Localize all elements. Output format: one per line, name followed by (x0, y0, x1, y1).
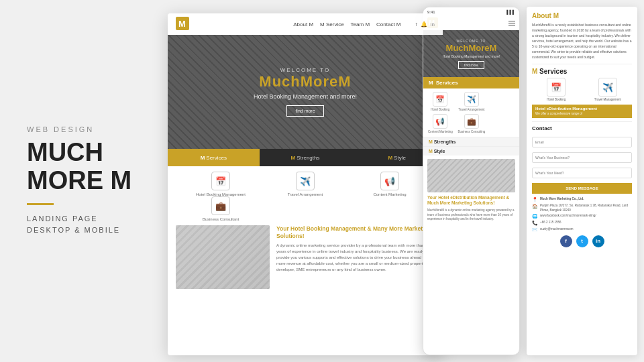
content-image (176, 225, 270, 289)
desktop-mockup: M About M M Service Team M Contact M f 🔔… (168, 13, 443, 355)
right-phone: +66 2 115 1556 (540, 221, 561, 225)
brand-subtitle-line1: LANDING PAGE (27, 215, 98, 223)
hero-subtitle: Hotel Booking Management and more! (254, 93, 357, 100)
nav-service[interactable]: M Service (320, 21, 344, 27)
travel-label: Travel Arrangement (288, 192, 323, 196)
brand-subtitle: LANDING PAGE DESKTOP & MOBILE (27, 213, 168, 237)
nav-about[interactable]: About M (293, 21, 313, 27)
right-facebook-url: www.facebook.com/muchmoremark eting/ (540, 214, 596, 218)
right-address-text: Panjim Plaza 16/277, So. Rattanatuk 1 38… (540, 204, 632, 213)
nav-team[interactable]: Team M (351, 21, 370, 27)
desktop-nav: M About M M Service Team M Contact M f 🔔… (168, 13, 443, 35)
nav-logo: M (176, 17, 189, 32)
mobile-hero: WELCOME TO MuchMoreM Hotel Booking Manag… (423, 30, 519, 77)
right-contact: 📍 Much More Marketing Co., Ltd. 🏠 Panjim… (532, 197, 632, 233)
right-need-input[interactable] (532, 168, 632, 178)
brand-line1: MUCH (27, 138, 103, 166)
mobile-service-hotel: 📅 Hotel Booking (426, 92, 455, 111)
right-linkedin-button[interactable]: in (592, 235, 604, 247)
content-heading: Your Hotel Booking Management & Many Mor… (276, 225, 435, 240)
hero-find-more-button[interactable]: find more (286, 105, 323, 117)
mobile-style-tab[interactable]: M Style (423, 146, 519, 156)
services-icons: 📅 Hotel Booking Management ✈️ Travel Arr… (168, 166, 443, 220)
phone-icon: 📞 (532, 221, 538, 226)
mobile-services-label: Services (436, 80, 458, 86)
right-twitter-button[interactable]: t (576, 235, 588, 247)
right-hotel-label: Hotel Booking (547, 98, 566, 101)
mobile-service-travel: ✈️ Travel Arrangement (458, 92, 486, 111)
mobile-services-tab[interactable]: M Services (423, 77, 519, 88)
mobile-hotel-icon: 📅 (433, 92, 447, 107)
mobile-m-letter: M (429, 80, 433, 86)
right-contact-company: 📍 Much More Marketing Co., Ltd. (532, 197, 632, 202)
service-hotel: 📅 Hotel Booking Management (178, 172, 263, 196)
right-contact-address: 🏠 Panjim Plaza 16/277, So. Rattanatuk 1 … (532, 204, 632, 213)
mobile-content-image (427, 159, 515, 192)
email-icon: ✉️ (532, 227, 538, 233)
mobile-mockup: 9:41 ▌▌▌ M WELCOME TO MuchMoreM Hotel Bo… (423, 7, 520, 355)
mobile-strengths-tab[interactable]: M Strengths (423, 137, 519, 146)
brand-subtitle-line2: DESKTOP & MOBILE (27, 226, 120, 234)
brand-title: MUCH MORE M (27, 139, 168, 195)
right-social: f t in (532, 235, 632, 247)
tab-services[interactable]: M Services (168, 149, 260, 166)
right-distrib-title: Hotel eDistribution Management (535, 107, 629, 111)
right-contact-facebook: 🌐 www.facebook.com/muchmoremark eting/ (532, 214, 632, 219)
right-travel-label: Travel Management (594, 98, 621, 101)
right-business-input[interactable] (532, 152, 632, 163)
right-services-title: M Services (532, 68, 632, 75)
hotel-icon: 📅 (211, 172, 230, 190)
right-facebook-button[interactable]: f (560, 235, 572, 247)
svg-text:M: M (178, 19, 186, 29)
nav-contact[interactable]: Contact M (376, 21, 400, 27)
service-travel: ✈️ Travel Arrangement (263, 172, 347, 196)
left-sidebar: WEB DESIGN MUCH MORE M LANDING PAGE DESK… (0, 0, 168, 362)
mobile-business-icon: 💼 (464, 114, 479, 129)
right-about-text: MuchMoreM is a newly established busines… (532, 22, 632, 60)
business-icon: 💼 (211, 196, 230, 215)
brand-line2: MORE M (27, 166, 131, 194)
mobile-travel-icon: ✈️ (464, 92, 479, 107)
mobile-business-label: Business Consulting (458, 130, 485, 133)
mobile-hamburger-button[interactable] (508, 21, 515, 25)
desktop-hero: WELCOME TO MuchMoreM Hotel Booking Manag… (168, 35, 443, 149)
nav-bell-icon[interactable]: 🔔 (421, 21, 427, 27)
mobile-signal: ▌▌▌ (506, 10, 515, 14)
address-icon: 🏠 (532, 204, 538, 209)
right-distrib-text: We offer a comprehensive range of (535, 112, 629, 116)
hamburger-line3 (508, 25, 515, 25)
right-email: suzky@muchmoremcom (540, 227, 574, 231)
right-divider-2 (532, 121, 632, 122)
tab-strengths[interactable]: M Strengths (260, 149, 352, 166)
mobile-content-label: Content Marketing (428, 130, 453, 133)
mobile-service-business: 💼 Business Consulting (458, 114, 486, 133)
m-letter-style: M (388, 155, 392, 161)
nav-facebook-icon[interactable]: f (416, 21, 417, 27)
right-send-button[interactable]: SEND MESSAGE (532, 183, 632, 194)
mobile-content-heading: Your Hotel eDistribution Management & Mu… (427, 195, 515, 206)
content-text: Your Hotel Booking Management & Many Mor… (270, 225, 435, 289)
brand-divider (27, 203, 54, 205)
hamburger-line1 (508, 21, 515, 21)
right-services-label: Services (539, 68, 567, 75)
mobile-m-style: M (429, 149, 434, 154)
right-email-input[interactable] (532, 137, 632, 147)
right-hotel-icon: 📅 (547, 78, 566, 97)
nav-linkedin-icon[interactable]: in (431, 21, 435, 27)
content-label: Content Marketing (373, 192, 406, 196)
mobile-hero-btn[interactable]: find more (458, 61, 484, 69)
mobile-content-icon: 📢 (433, 114, 447, 129)
travel-icon: ✈️ (296, 172, 315, 190)
desktop-content: Your Hotel Booking Management & Many Mor… (168, 220, 443, 294)
right-distribution-box: Hotel eDistribution Management We offer … (532, 105, 632, 118)
mobile-content: Your Hotel eDistribution Management & Mu… (423, 156, 519, 225)
content-para: A dynamic online marketing service provi… (276, 243, 435, 273)
mobile-service-icons: 📅 Hotel Booking ✈️ Travel Arrangement 📢 … (423, 88, 519, 137)
tab-services-label: Services (206, 155, 227, 161)
services-tabs: M Services M Strengths M Style (168, 149, 443, 166)
content-image-inner (176, 225, 270, 289)
service-content: 📢 Content Marketing (347, 172, 432, 196)
mobile-service-content: 📢 Content Marketing (426, 114, 455, 133)
hamburger-line2 (508, 23, 515, 23)
right-panel: About M MuchMoreM is a newly established… (527, 7, 637, 355)
